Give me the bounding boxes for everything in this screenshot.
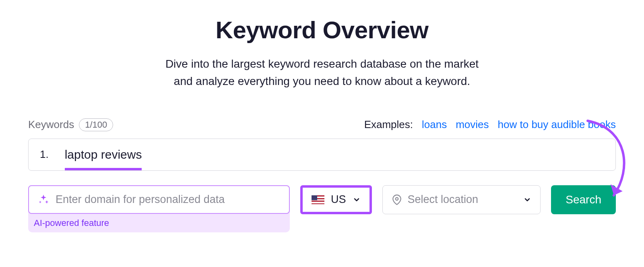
country-selector[interactable]: US — [300, 185, 372, 214]
example-link-loans[interactable]: loans — [422, 118, 447, 131]
subtitle-line-1: Dive into the largest keyword research d… — [165, 58, 479, 70]
form-header-row: Keywords 1/100 Examples: loans movies ho… — [28, 118, 616, 131]
subtitle-line-2: and analyze everything you need to know … — [174, 75, 470, 87]
options-row: Enter domain for personalized data AI-po… — [28, 185, 616, 232]
examples-row: Examples: loans movies how to buy audibl… — [364, 118, 616, 131]
ai-feature-caption: AI-powered feature — [28, 214, 290, 228]
keywords-counter: Keywords 1/100 — [28, 118, 113, 131]
domain-block: Enter domain for personalized data AI-po… — [28, 185, 290, 232]
chevron-down-icon — [523, 196, 531, 204]
location-selector[interactable]: Select location — [382, 185, 541, 214]
example-link-how-to-buy-audible-books[interactable]: how to buy audible books — [498, 118, 616, 131]
domain-input[interactable]: Enter domain for personalized data — [28, 185, 290, 214]
keyword-row-number: 1. — [40, 148, 49, 161]
search-button[interactable]: Search — [551, 185, 616, 214]
location-placeholder: Select location — [408, 193, 518, 206]
example-link-movies[interactable]: movies — [456, 118, 489, 131]
domain-placeholder: Enter domain for personalized data — [56, 193, 225, 206]
keyword-overview-page: Keyword Overview Dive into the largest k… — [0, 0, 644, 232]
keyword-row-value: laptop reviews — [65, 148, 142, 170]
location-pin-icon — [392, 195, 402, 205]
keyword-form: Keywords 1/100 Examples: loans movies ho… — [28, 118, 616, 232]
sparkle-icon — [38, 194, 49, 205]
keywords-label-text: Keywords — [28, 118, 74, 131]
country-code-label: US — [331, 193, 346, 206]
svg-point-0 — [395, 197, 398, 200]
page-subtitle: Dive into the largest keyword research d… — [28, 55, 616, 90]
keyword-input[interactable]: 1. laptop reviews — [28, 139, 616, 171]
chevron-down-icon — [353, 196, 361, 204]
keywords-count-pill: 1/100 — [79, 118, 113, 131]
page-title: Keyword Overview — [28, 16, 616, 44]
flag-us-icon — [312, 195, 324, 204]
examples-label: Examples: — [364, 118, 413, 131]
